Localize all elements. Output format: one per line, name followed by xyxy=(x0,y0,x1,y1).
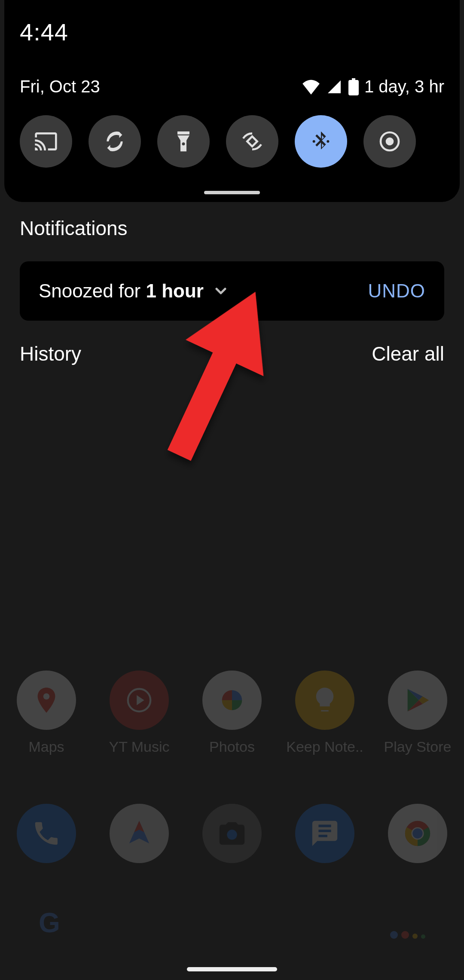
bluetooth-icon xyxy=(309,129,333,153)
app-maps[interactable]: Maps xyxy=(17,671,76,755)
app-play-store[interactable]: Play Store xyxy=(388,671,447,755)
clear-all-button[interactable]: Clear all xyxy=(372,342,444,365)
flashlight-icon xyxy=(171,129,195,153)
app-label: Keep Note.. xyxy=(286,738,363,755)
status-time: 4:44 xyxy=(20,0,444,46)
shade-drag-handle[interactable] xyxy=(204,191,260,194)
app-label: Play Store xyxy=(384,738,452,755)
wifi-icon xyxy=(302,79,321,95)
qs-cast[interactable] xyxy=(20,115,72,168)
app-keep-notes[interactable]: Keep Note.. xyxy=(295,671,354,755)
status-icons: 1 day, 3 hr xyxy=(302,77,444,96)
svg-point-6 xyxy=(313,140,315,143)
svg-point-2 xyxy=(227,830,237,839)
qs-flashlight[interactable] xyxy=(157,115,210,168)
shade-status-row: Fri, Oct 23 1 day, 3 hr xyxy=(20,77,444,96)
app-camera[interactable] xyxy=(202,804,262,863)
google-logo[interactable]: G xyxy=(39,907,60,939)
notifications-heading: Notifications xyxy=(20,217,444,240)
qs-bluetooth[interactable] xyxy=(295,115,347,168)
cast-icon xyxy=(34,129,58,153)
app-label: YT Music xyxy=(109,738,169,755)
cellular-icon xyxy=(326,79,343,95)
qs-live-caption[interactable] xyxy=(363,115,416,168)
battery-icon xyxy=(348,78,359,95)
notifications-footer: History Clear all xyxy=(20,342,444,365)
app-label: Photos xyxy=(209,738,255,755)
search-pill-row: G xyxy=(0,907,464,939)
svg-point-0 xyxy=(43,693,50,700)
notification-shade: 4:44 Fri, Oct 23 1 day, 3 hr xyxy=(4,0,460,202)
svg-point-9 xyxy=(386,138,394,146)
app-photos[interactable]: Photos xyxy=(202,671,262,755)
qs-autorotate[interactable] xyxy=(89,115,141,168)
app-label: Maps xyxy=(28,738,64,755)
assistant-icon[interactable] xyxy=(390,907,425,939)
undo-button[interactable]: UNDO xyxy=(368,280,425,302)
snooze-prefix: Snoozed for xyxy=(39,280,146,301)
autorotate-icon xyxy=(103,129,127,153)
app-messages[interactable] xyxy=(295,804,354,863)
notifications-area: Notifications Snoozed for 1 hour UNDO Hi… xyxy=(4,202,460,365)
app-yt-music[interactable]: YT Music xyxy=(110,671,169,755)
nearby-icon xyxy=(240,129,264,153)
home-app-row: Maps YT Music Photos Keep Note xyxy=(0,671,464,755)
snooze-card: Snoozed for 1 hour UNDO xyxy=(20,261,444,321)
app-chrome[interactable] xyxy=(388,804,447,863)
app-navigation[interactable] xyxy=(110,804,169,863)
snooze-duration: 1 hour xyxy=(146,280,204,301)
shade-date: Fri, Oct 23 xyxy=(20,77,100,96)
live-caption-icon xyxy=(378,129,402,153)
gesture-nav-pill[interactable] xyxy=(187,967,277,971)
snooze-duration-selector[interactable]: Snoozed for 1 hour xyxy=(39,280,229,302)
battery-text: 1 day, 3 hr xyxy=(364,77,444,96)
app-phone[interactable] xyxy=(17,804,76,863)
quick-settings-row xyxy=(20,115,444,168)
svg-point-5 xyxy=(412,828,422,838)
qs-nearby-share[interactable] xyxy=(226,115,278,168)
history-button[interactable]: History xyxy=(20,342,81,365)
svg-point-7 xyxy=(327,140,329,143)
chevron-down-icon xyxy=(212,282,229,300)
home-dock-row xyxy=(0,804,464,863)
